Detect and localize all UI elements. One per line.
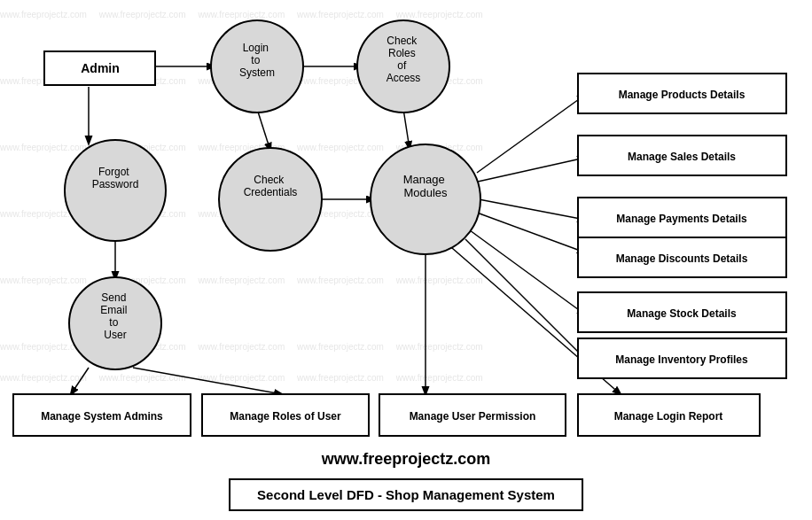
diagram-container: www.freeprojectz.com www.freeprojectz.co… (0, 0, 812, 520)
manage-user-perm-label: Manage User Permission (410, 410, 536, 423)
diagram-title: Second Level DFD - Shop Management Syste… (229, 478, 583, 511)
dfd-svg: www.freeprojectz.com www.freeprojectz.co… (0, 0, 812, 520)
manage-modules-label: Manage Modules (403, 173, 449, 199)
wm6: www.freeprojectz.com www.freeprojectz.co… (0, 342, 483, 352)
check-cred-circle (219, 148, 322, 251)
manage-modules-circle (371, 144, 480, 254)
manage-roles-label: Manage Roles of User (230, 410, 341, 423)
arrow-modules-discounts (477, 213, 585, 252)
wm5: www.freeprojectz.com www.freeprojectz.co… (0, 276, 483, 285)
manage-login-report-label: Manage Login Report (614, 410, 723, 423)
wm1: www.freeprojectz.com www.freeprojectz.co… (0, 10, 483, 19)
forgot-label: Forgot Password (92, 166, 139, 190)
arrow-modules-inventory (465, 239, 585, 359)
manage-products-label: Manage Products Details (619, 89, 746, 101)
manage-sys-admins-label: Manage System Admins (41, 410, 163, 423)
forgot-circle (65, 140, 166, 241)
website-label: www.freeprojectz.com (0, 450, 812, 469)
manage-stock-label: Manage Stock Details (627, 307, 737, 320)
manage-inventory-label: Manage Inventory Profiles (615, 353, 748, 366)
arrow-modules-payments (479, 199, 585, 220)
manage-sales-label: Manage Sales Details (628, 151, 736, 163)
manage-payments-label: Manage Payments Details (616, 213, 747, 225)
admin-label: Admin (81, 61, 120, 75)
manage-discounts-label: Manage Discounts Details (616, 252, 748, 265)
wm7: www.freeprojectz.com www.freeprojectz.co… (0, 373, 483, 383)
